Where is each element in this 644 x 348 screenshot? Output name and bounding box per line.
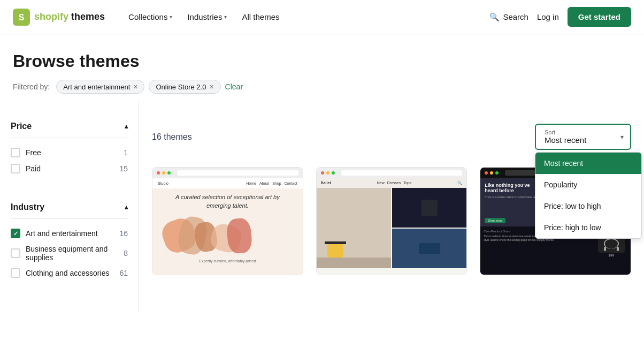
filter-business-equipment[interactable]: Business equipment and supplies 8 — [11, 241, 128, 265]
price-chevron-icon: ▴ — [125, 123, 128, 130]
themes-header: 16 themes Sort Most recent ▾ Most recent… — [152, 115, 631, 158]
price-filter-items: Free 1 Paid 15 — [11, 138, 128, 183]
sort-value: Most recent — [545, 135, 586, 145]
search-icon: 🔍 — [489, 12, 500, 22]
collections-chevron-icon: ▾ — [170, 14, 172, 20]
themes-count: 16 themes — [152, 132, 192, 142]
sort-label: Sort — [545, 129, 555, 135]
sort-option-most-recent[interactable]: Most recent — [535, 153, 641, 174]
theme-card-2[interactable]: Ballet NewDressesTops 🔍 — [316, 167, 467, 275]
price-filter-header[interactable]: Price ▴ — [11, 115, 128, 138]
nav-right: 🔍 Search Log in Get started — [489, 7, 631, 27]
theme-preview-1: Studio HomeAboutShopContact A curated se… — [152, 168, 303, 275]
free-checkbox[interactable] — [11, 148, 20, 157]
nav-collections[interactable]: Collections ▾ — [122, 8, 179, 26]
svg-text:S: S — [19, 12, 25, 21]
clothing-checkbox[interactable] — [11, 268, 20, 278]
navbar: S shopify themes Collections ▾ Industrie… — [0, 0, 644, 34]
art-label: Art and entertainment — [26, 229, 98, 238]
clear-filters-link[interactable]: Clear — [225, 82, 243, 91]
logo-text: shopify themes — [34, 11, 105, 22]
clothing-count: 61 — [119, 269, 128, 277]
browse-hero: Browse themes Filtered by: Art and enter… — [0, 34, 644, 102]
sort-chevron-icon: ▾ — [620, 133, 624, 141]
filter-free[interactable]: Free 1 — [11, 145, 128, 161]
filter-tag-art[interactable]: Art and entertainment × — [56, 80, 144, 94]
sidebar: Price ▴ Free 1 Paid 15 — [0, 102, 139, 313]
remove-store-filter-icon[interactable]: × — [209, 82, 213, 91]
free-count: 1 — [124, 148, 128, 157]
industry-filter-header[interactable]: Industry ▴ — [11, 196, 128, 219]
industry-filter-section: Industry ▴ Art and entertainment 16 Busi… — [11, 196, 128, 288]
get-started-button[interactable]: Get started — [568, 7, 631, 27]
main-content: 16 themes Sort Most recent ▾ Most recent… — [139, 102, 644, 313]
sort-option-price-low[interactable]: Price: low to high — [535, 195, 641, 217]
sort-dropdown: Most recent Popularity Price: low to hig… — [535, 152, 642, 239]
art-checkbox[interactable] — [11, 229, 20, 238]
sort-container: Sort Most recent ▾ Most recent Popularit… — [535, 124, 631, 150]
remove-art-filter-icon[interactable]: × — [133, 82, 137, 91]
paid-checkbox[interactable] — [11, 164, 20, 173]
sort-option-popularity[interactable]: Popularity — [535, 174, 641, 195]
business-checkbox[interactable] — [11, 248, 20, 258]
nav-industries[interactable]: Industries ▾ — [181, 8, 233, 26]
nav-all-themes[interactable]: All themes — [235, 8, 286, 26]
shopify-logo-icon: S — [13, 9, 30, 26]
filtered-by-label: Filtered by: — [13, 82, 50, 91]
sort-option-price-high[interactable]: Price: high to low — [535, 217, 641, 238]
industry-filter-items: Art and entertainment 16 Business equipm… — [11, 219, 128, 288]
clothing-label: Clothing and accessories — [26, 269, 109, 277]
filter-tag-store[interactable]: Online Store 2.0 × — [149, 80, 220, 94]
industries-chevron-icon: ▾ — [224, 14, 227, 20]
paid-label: Paid — [26, 164, 41, 173]
filter-art-entertainment[interactable]: Art and entertainment 16 — [11, 225, 128, 241]
industry-chevron-icon: ▴ — [125, 203, 128, 211]
nav-links: Collections ▾ Industries ▾ All themes — [122, 8, 489, 26]
login-link[interactable]: Log in — [537, 12, 559, 21]
paid-count: 15 — [119, 164, 128, 173]
art-count: 16 — [119, 229, 128, 238]
filter-paid[interactable]: Paid 15 — [11, 161, 128, 177]
search-button[interactable]: 🔍 Search — [489, 12, 528, 22]
logo[interactable]: S shopify themes — [13, 9, 105, 26]
filter-clothing[interactable]: Clothing and accessories 61 — [11, 265, 128, 281]
business-label: Business equipment and supplies — [26, 245, 124, 262]
page-title: Browse themes — [13, 51, 631, 71]
page-body: Price ▴ Free 1 Paid 15 — [0, 102, 644, 313]
free-label: Free — [26, 148, 41, 157]
price-filter-section: Price ▴ Free 1 Paid 15 — [11, 115, 128, 183]
theme-card-1[interactable]: Studio HomeAboutShopContact A curated se… — [152, 167, 303, 275]
theme-preview-2: Ballet NewDressesTops 🔍 — [317, 168, 467, 275]
business-count: 8 — [124, 249, 128, 258]
active-filters: Filtered by: Art and entertainment × Onl… — [13, 80, 631, 94]
sort-button[interactable]: Sort Most recent ▾ — [535, 124, 631, 150]
